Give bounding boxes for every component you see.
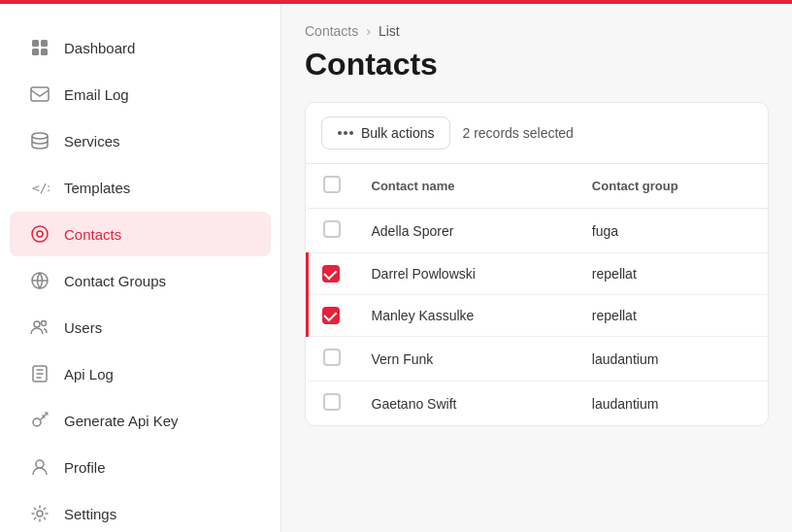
- row-checkbox[interactable]: [323, 393, 341, 411]
- row-checkbox-cell: [308, 337, 356, 382]
- row-checkbox-cell: [308, 209, 356, 253]
- contacts-table-container: Bulk actions 2 records selected Contact …: [305, 102, 769, 426]
- contact-name-cell: Vern Funk: [356, 337, 577, 382]
- contacts-table: Contact name Contact group Adella Sporer…: [306, 164, 768, 425]
- svg-rect-2: [32, 49, 39, 55]
- profile-icon: [29, 456, 50, 478]
- row-checkbox[interactable]: [323, 349, 341, 366]
- header-checkbox-cell: [308, 164, 356, 209]
- sidebar-item-email-log[interactable]: Email Log: [10, 72, 271, 116]
- api-key-icon: [29, 410, 50, 431]
- sidebar-item-services[interactable]: Services: [10, 118, 271, 163]
- sidebar-item-label: Services: [64, 133, 120, 150]
- sidebar-item-contacts[interactable]: Contacts: [10, 212, 271, 256]
- table-header-row: Contact name Contact group: [308, 164, 769, 209]
- api-log-icon: [29, 363, 50, 384]
- svg-point-7: [32, 226, 48, 242]
- sidebar-item-label: Profile: [64, 459, 106, 476]
- contact-group-cell: fuga: [577, 209, 768, 253]
- sidebar-item-label: Contacts: [64, 226, 121, 243]
- contact-group-cell: laudantium: [577, 382, 768, 426]
- sidebar-item-generate-api-key[interactable]: Generate Api Key: [10, 398, 271, 443]
- bulk-actions-label: Bulk actions: [361, 125, 434, 141]
- svg-rect-0: [32, 40, 39, 47]
- sidebar-item-contact-groups[interactable]: Contact Groups: [10, 258, 271, 303]
- row-checkbox-cell: [308, 295, 356, 337]
- email-icon: [29, 83, 50, 105]
- contact-name-cell: Adella Sporer: [356, 209, 577, 253]
- sidebar-item-settings[interactable]: Settings: [10, 491, 271, 532]
- contact-name-cell: Gaetano Swift: [356, 382, 577, 426]
- contacts-icon: [29, 223, 50, 245]
- main-content: Contacts › List Contacts Bulk actions 2 …: [281, 4, 792, 532]
- sidebar-item-label: Settings: [64, 506, 116, 522]
- svg-rect-1: [41, 40, 48, 47]
- svg-point-14: [36, 460, 44, 468]
- header-contact-name: Contact name: [356, 164, 577, 209]
- contact-groups-icon: [29, 270, 50, 291]
- contact-group-cell: repellat: [577, 295, 768, 337]
- row-checkbox[interactable]: [323, 220, 341, 238]
- table-row: Vern Funklaudantium: [308, 337, 769, 382]
- breadcrumb: Contacts › List: [305, 23, 769, 39]
- svg-point-5: [32, 133, 48, 139]
- sidebar: Dashboard Email Log Services </> Templat…: [0, 4, 281, 532]
- sidebar-item-label: Dashboard: [64, 40, 135, 56]
- templates-icon: </>: [29, 177, 50, 198]
- breadcrumb-separator: ›: [366, 23, 371, 39]
- table-row: Gaetano Swiftlaudantium: [308, 382, 769, 426]
- top-bar: [0, 0, 792, 4]
- settings-icon: [29, 503, 50, 524]
- dots-icon: [338, 131, 353, 135]
- row-checkbox[interactable]: [322, 265, 340, 283]
- breadcrumb-contacts[interactable]: Contacts: [305, 23, 358, 39]
- contact-name-cell: Manley Kassulke: [356, 295, 577, 337]
- sidebar-item-label: Contact Groups: [64, 273, 166, 289]
- row-checkbox[interactable]: [322, 307, 340, 324]
- contact-group-cell: laudantium: [577, 337, 768, 382]
- sidebar-item-label: Email Log: [64, 86, 129, 103]
- page-title: Contacts: [305, 47, 769, 83]
- row-checkbox-cell: [308, 382, 356, 426]
- svg-rect-3: [41, 49, 48, 55]
- contact-name-cell: Darrel Powlowski: [356, 253, 577, 295]
- table-row: Adella Sporerfuga: [308, 209, 769, 253]
- sidebar-item-dashboard[interactable]: Dashboard: [10, 25, 271, 70]
- svg-point-15: [37, 511, 43, 516]
- table-row: Manley Kassulkerepellat: [308, 295, 769, 337]
- records-selected: 2 records selected: [462, 125, 573, 141]
- sidebar-item-label: Users: [64, 319, 102, 336]
- sidebar-item-api-log[interactable]: Api Log: [10, 351, 271, 396]
- select-all-checkbox[interactable]: [323, 176, 341, 193]
- breadcrumb-list: List: [379, 23, 400, 39]
- svg-point-8: [37, 231, 43, 237]
- contact-group-cell: repellat: [577, 253, 768, 295]
- sidebar-item-templates[interactable]: </> Templates: [10, 165, 271, 210]
- header-contact-group: Contact group: [577, 164, 768, 209]
- svg-point-13: [33, 418, 41, 426]
- svg-rect-4: [31, 87, 49, 101]
- users-icon: [29, 316, 50, 338]
- row-checkbox-cell: [308, 253, 356, 295]
- sidebar-item-users[interactable]: Users: [10, 305, 271, 349]
- sidebar-item-label: Templates: [64, 180, 130, 196]
- svg-text:</>: </>: [32, 181, 50, 195]
- svg-point-10: [34, 321, 40, 327]
- table-row: Darrel Powlowskirepellat: [308, 253, 769, 295]
- sidebar-item-label: Generate Api Key: [64, 413, 179, 429]
- table-toolbar: Bulk actions 2 records selected: [306, 103, 768, 164]
- sidebar-item-label: Api Log: [64, 366, 114, 382]
- svg-point-11: [42, 321, 47, 326]
- services-icon: [29, 130, 50, 151]
- dashboard-icon: [29, 37, 50, 58]
- bulk-actions-button[interactable]: Bulk actions: [321, 116, 450, 150]
- sidebar-item-profile[interactable]: Profile: [10, 445, 271, 489]
